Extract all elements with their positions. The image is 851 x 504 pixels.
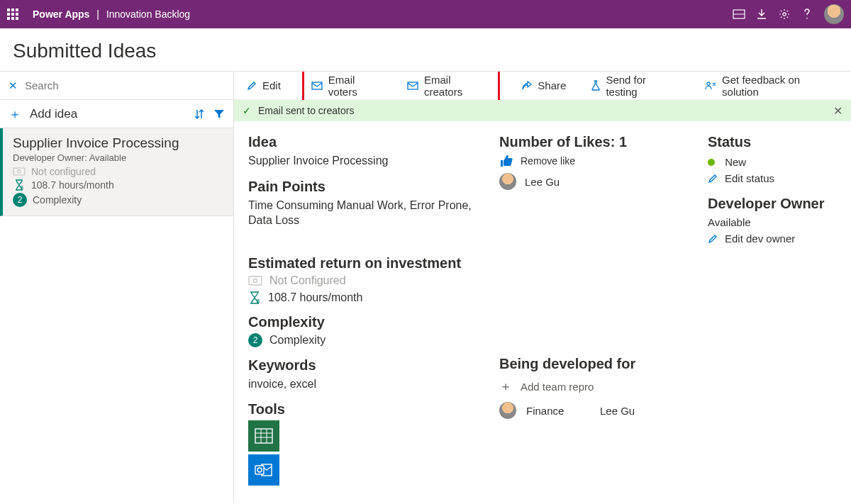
flask-icon	[591, 80, 600, 91]
share-button[interactable]: Share	[517, 77, 570, 94]
pencil-icon	[708, 174, 718, 184]
status-value: New	[725, 156, 746, 168]
svg-rect-9	[249, 276, 262, 285]
idea-card-hours: $ 108.7 hours/month	[13, 179, 223, 191]
person-avatar	[499, 402, 516, 419]
add-team-button[interactable]: ＋ Add team repro	[499, 378, 691, 395]
svg-rect-3	[13, 168, 25, 175]
user-avatar[interactable]	[824, 4, 844, 24]
complexity-row: 2 Complexity	[248, 333, 482, 347]
team-name: Finance	[526, 405, 590, 417]
remove-like-label: Remove like	[521, 155, 575, 167]
search-row: ✕	[0, 72, 233, 100]
check-icon: ✓	[243, 105, 251, 116]
get-feedback-label: Get feedback on solution	[722, 74, 838, 98]
idea-card[interactable]: Supplier Invoice Processing Developer Ow…	[0, 128, 233, 216]
keywords-heading: Keywords	[248, 357, 482, 374]
idea-name: Supplier Invoice Processing	[248, 153, 482, 169]
app-launcher-icon[interactable]	[7, 9, 18, 20]
idea-card-owner: Developer Owner: Available	[13, 152, 223, 163]
svg-point-2	[783, 13, 786, 16]
share-icon	[521, 81, 532, 91]
idea-heading: Idea	[248, 134, 482, 150]
detail-column-1: Idea Supplier Invoice Processing Pain Po…	[248, 131, 482, 493]
settings-icon[interactable]	[773, 3, 796, 26]
mail-icon	[311, 82, 323, 90]
liker-name: Lee Gu	[525, 176, 560, 188]
pain-heading: Pain Points	[248, 179, 482, 195]
not-configured-text: Not configured	[31, 166, 96, 177]
help-icon[interactable]	[796, 3, 818, 26]
edit-dev-owner-label: Edit dev owner	[725, 233, 795, 245]
roi-hours: $ 108.7 hours/month	[248, 291, 482, 304]
detail-body: Idea Supplier Invoice Processing Pain Po…	[234, 121, 851, 503]
edit-status-button[interactable]: Edit status	[708, 172, 837, 184]
clear-search-icon[interactable]: ✕	[9, 79, 18, 92]
share-label: Share	[538, 79, 566, 91]
feedback-icon	[705, 81, 716, 91]
send-testing-button[interactable]: Send for testing	[587, 72, 684, 101]
edit-label: Edit	[262, 79, 281, 91]
get-feedback-button[interactable]: Get feedback on solution	[701, 72, 842, 101]
svg-point-4	[18, 170, 21, 173]
thumb-up-icon	[499, 155, 513, 167]
add-idea-row[interactable]: ＋ Add idea	[0, 100, 233, 128]
status-heading: Status	[708, 134, 837, 150]
filter-icon[interactable]	[213, 108, 225, 120]
person-avatar	[499, 173, 516, 190]
edit-status-label: Edit status	[725, 172, 774, 184]
tool-outlook-icon[interactable]	[248, 454, 279, 486]
plus-icon: ＋	[499, 378, 512, 395]
close-notification-icon[interactable]: ✕	[833, 104, 842, 118]
notification-message: Email sent to creators	[258, 105, 354, 116]
svg-rect-12	[255, 429, 272, 443]
tool-excel-icon[interactable]	[248, 420, 279, 452]
detail-column-3: Status New Edit status Developer Owner A…	[708, 131, 837, 493]
svg-rect-18	[255, 466, 264, 474]
detail-toolbar: Edit Email voters Email creators	[234, 72, 851, 100]
search-input[interactable]	[25, 79, 225, 91]
email-creators-button[interactable]: Email creators	[403, 72, 495, 101]
idea-card-complexity: 2 Complexity	[13, 193, 223, 207]
roi-heading: Estimated return on investment	[248, 255, 482, 271]
brand-label: Power Apps | Innovation Backlog	[33, 9, 190, 20]
svg-point-10	[254, 279, 257, 282]
complexity-value: Complexity	[269, 334, 326, 347]
pencil-icon	[247, 81, 257, 91]
complexity-text: Complexity	[33, 194, 82, 206]
remove-like-button[interactable]: Remove like	[499, 155, 691, 167]
dev-owner-heading: Developer Owner	[708, 196, 837, 212]
email-actions-highlight: Email voters Email creators	[302, 72, 500, 104]
idea-card-title: Supplier Invoice Processing	[13, 135, 223, 151]
pain-value: Time Consuming Manual Work, Error Prone,…	[248, 198, 482, 228]
roi-not-configured-text: Not Configured	[269, 274, 346, 287]
complexity-heading: Complexity	[248, 314, 482, 330]
developed-heading: Being developed for	[499, 356, 691, 372]
money-icon	[13, 167, 26, 176]
likes-heading: Number of Likes: 1	[499, 134, 691, 150]
roi-not-configured: Not Configured	[248, 274, 482, 287]
hourglass-icon: $	[248, 291, 261, 304]
complexity-badge: 2	[13, 193, 27, 207]
edit-dev-owner-button[interactable]: Edit dev owner	[708, 233, 837, 245]
hours-text: 108.7 hours/month	[31, 179, 114, 191]
edit-button[interactable]: Edit	[243, 77, 285, 94]
sort-icon[interactable]	[194, 108, 205, 120]
liker-row: Lee Gu	[499, 173, 691, 190]
app-name: Innovation Backlog	[106, 9, 190, 20]
email-creators-label: Email creators	[424, 74, 491, 98]
ideas-list-pane: ✕ ＋ Add idea Supplier Invoice Processing…	[0, 72, 234, 503]
email-voters-button[interactable]: Email voters	[307, 72, 390, 101]
keywords-value: invoice, excel	[248, 376, 482, 392]
download-icon[interactable]	[750, 3, 773, 26]
send-testing-label: Send for testing	[606, 74, 679, 98]
mail-icon	[407, 82, 418, 90]
idea-card-not-configured: Not configured	[13, 166, 223, 177]
svg-text:$: $	[257, 298, 260, 304]
pencil-icon	[708, 234, 718, 244]
fit-icon[interactable]	[728, 3, 750, 26]
add-idea-label: Add idea	[30, 107, 185, 121]
svg-point-8	[707, 82, 710, 84]
add-team-label: Add team repro	[521, 381, 594, 393]
notification-bar: ✓ Email sent to creators ✕	[234, 100, 851, 121]
